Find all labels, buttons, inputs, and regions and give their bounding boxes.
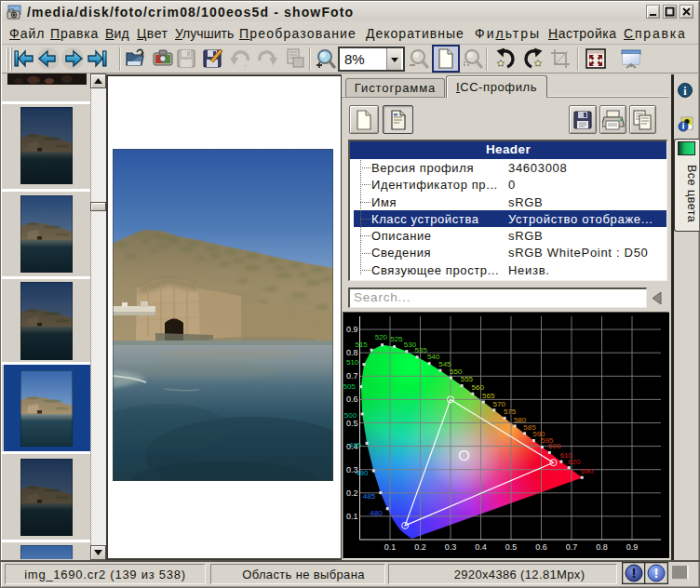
svg-text:525: 525 [390,335,403,343]
svg-text:535: 535 [415,346,428,354]
svg-text:495: 495 [349,441,362,449]
svg-text:!: ! [654,565,659,581]
svg-text:0.9: 0.9 [626,542,639,552]
svg-text:690: 690 [581,467,594,475]
svg-text:620: 620 [568,458,581,466]
svg-text:0.1: 0.1 [384,542,397,552]
svg-text:0.7: 0.7 [346,371,358,381]
svg-text:0.2: 0.2 [346,488,358,498]
svg-text:570: 570 [493,400,506,408]
svg-text:565: 565 [482,392,495,400]
svg-text:520: 520 [375,333,388,341]
svg-text:0.6: 0.6 [535,542,547,552]
svg-text:0.1: 0.1 [346,512,358,521]
svg-text:490: 490 [356,469,369,477]
svg-text:0.7: 0.7 [566,542,578,552]
svg-text:0.2: 0.2 [414,542,426,552]
svg-text:0.4: 0.4 [475,542,487,552]
svg-text:0.3: 0.3 [445,542,457,552]
svg-text:480: 480 [370,509,383,517]
svg-text:0.9: 0.9 [346,325,358,334]
svg-text:485: 485 [363,492,376,501]
svg-text:505: 505 [343,382,356,391]
svg-text:510: 510 [346,358,359,367]
svg-text:560: 560 [472,383,485,392]
svg-text:500: 500 [344,411,357,420]
svg-text:0.5: 0.5 [346,419,358,428]
svg-text:!: ! [632,565,637,581]
svg-text:515: 515 [355,341,368,349]
svg-text:0.5: 0.5 [505,542,518,552]
svg-text:600: 600 [548,442,561,450]
svg-text:0.6: 0.6 [346,394,358,404]
svg-text:0.8: 0.8 [596,542,608,552]
svg-text:0.8: 0.8 [346,348,358,357]
